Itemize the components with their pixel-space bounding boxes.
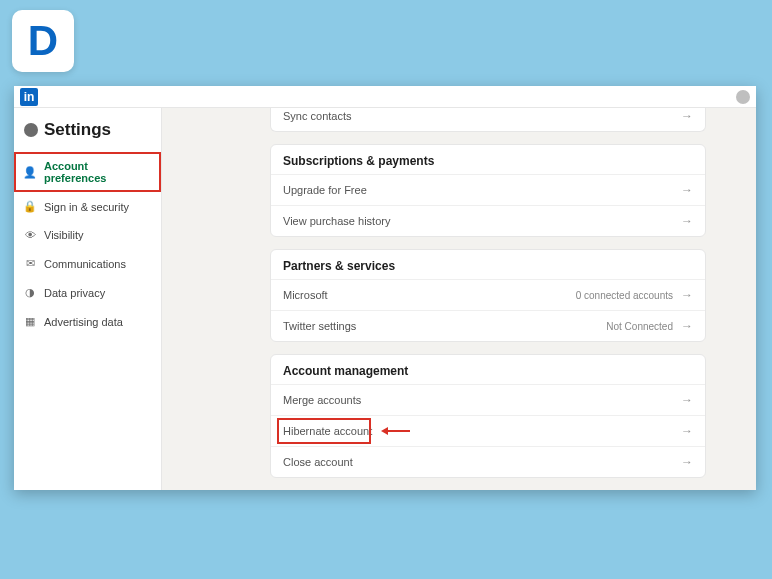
card-subscriptions: Subscriptions & payments Upgrade for Fre… <box>270 144 706 237</box>
content-area: Settings 👤 Account preferences 🔒 Sign in… <box>14 108 756 490</box>
shield-icon: ◑ <box>24 286 36 299</box>
sidebar-item-communications[interactable]: ✉ Communications <box>14 249 161 278</box>
row-meta: Not Connected <box>606 321 673 332</box>
arrow-left-icon <box>381 427 388 435</box>
row-hibernate-account[interactable]: Hibernate account → <box>271 415 705 446</box>
avatar[interactable] <box>736 90 750 104</box>
sidebar-item-label: Sign in & security <box>44 201 129 213</box>
main-panel: Sync contacts → Subscriptions & payments… <box>162 108 756 490</box>
chevron-right-icon: → <box>681 319 693 333</box>
sidebar-item-visibility[interactable]: 👁 Visibility <box>14 221 161 249</box>
card-account-management: Account management Merge accounts → Hibe… <box>270 354 706 478</box>
highlight-arrow <box>381 427 410 435</box>
person-icon: 👤 <box>24 166 36 179</box>
row-microsoft[interactable]: Microsoft 0 connected accounts → <box>271 279 705 310</box>
sidebar-item-label: Communications <box>44 258 126 270</box>
row-sync-contacts[interactable]: Sync contacts → <box>271 108 705 131</box>
eye-icon: 👁 <box>24 229 36 241</box>
row-upgrade-for-free[interactable]: Upgrade for Free → <box>271 174 705 205</box>
chevron-right-icon: → <box>681 455 693 469</box>
chevron-right-icon: → <box>681 424 693 438</box>
row-close-account[interactable]: Close account → <box>271 446 705 477</box>
chevron-right-icon: → <box>681 288 693 302</box>
row-label: View purchase history <box>283 215 390 227</box>
mail-icon: ✉ <box>24 257 36 270</box>
row-label: Twitter settings <box>283 320 356 332</box>
sidebar-item-label: Data privacy <box>44 287 105 299</box>
sidebar-item-label: Account preferences <box>44 160 151 184</box>
topbar: in <box>14 86 756 108</box>
row-label: Merge accounts <box>283 394 361 406</box>
card-title: Account management <box>271 355 705 384</box>
row-label: Hibernate account <box>283 425 372 437</box>
row-view-purchase-history[interactable]: View purchase history → <box>271 205 705 236</box>
page-title: Settings <box>44 120 111 140</box>
d-logo-letter: D <box>28 17 58 65</box>
sidebar: Settings 👤 Account preferences 🔒 Sign in… <box>14 108 162 490</box>
chevron-right-icon: → <box>681 214 693 228</box>
row-meta: 0 connected accounts <box>576 290 673 301</box>
sidebar-item-sign-in-security[interactable]: 🔒 Sign in & security <box>14 192 161 221</box>
sidebar-header: Settings <box>14 118 161 152</box>
row-label: Upgrade for Free <box>283 184 367 196</box>
chevron-right-icon: → <box>681 183 693 197</box>
linkedin-logo-icon[interactable]: in <box>20 88 38 106</box>
chevron-right-icon: → <box>681 109 693 123</box>
chevron-right-icon: → <box>681 393 693 407</box>
sidebar-item-label: Visibility <box>44 229 84 241</box>
ad-icon: ▦ <box>24 315 36 328</box>
row-right: → <box>681 109 693 123</box>
row-label: Microsoft <box>283 289 328 301</box>
sidebar-item-account-preferences[interactable]: 👤 Account preferences <box>14 152 161 192</box>
sidebar-item-advertising-data[interactable]: ▦ Advertising data <box>14 307 161 336</box>
row-twitter-settings[interactable]: Twitter settings Not Connected → <box>271 310 705 341</box>
lock-icon: 🔒 <box>24 200 36 213</box>
sidebar-item-data-privacy[interactable]: ◑ Data privacy <box>14 278 161 307</box>
card-title: Partners & services <box>271 250 705 279</box>
profile-icon <box>24 123 38 137</box>
row-label: Close account <box>283 456 353 468</box>
d-logo-badge: D <box>12 10 74 72</box>
app-window: in Settings 👤 Account preferences 🔒 Sign… <box>14 86 756 490</box>
footer: Help Center Privacy Policy Accessibility… <box>270 478 706 490</box>
card-title: Subscriptions & payments <box>271 145 705 174</box>
row-merge-accounts[interactable]: Merge accounts → <box>271 384 705 415</box>
row-label: Sync contacts <box>283 110 351 122</box>
card-partners: Partners & services Microsoft 0 connecte… <box>270 249 706 342</box>
card-truncated: Sync contacts → <box>270 108 706 132</box>
sidebar-item-label: Advertising data <box>44 316 123 328</box>
